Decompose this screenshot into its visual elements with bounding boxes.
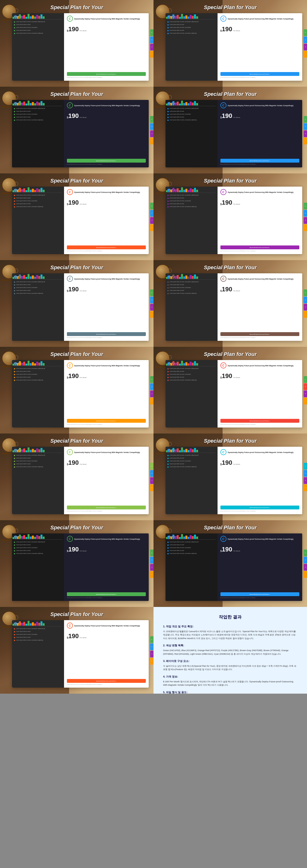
sidebar-tab[interactable]: t xyxy=(150,51,154,58)
sidebar-tab[interactable]: e xyxy=(150,210,154,217)
list-item: Lorem ipsum dolor sit amet, consectetur xyxy=(167,287,216,288)
sidebar-tab-label: F xyxy=(151,32,152,33)
cta-button[interactable]: Dynamically Deploy Future-proof Outsourc… xyxy=(67,592,146,596)
sidebar-tab[interactable]: e xyxy=(304,383,307,390)
sidebar-tab[interactable]: t xyxy=(304,571,307,578)
card-left-panel: Your Project Lorem ipsum dolor sit amet,… xyxy=(166,13,217,81)
sidebar-tab[interactable]: a xyxy=(150,44,154,51)
bar-chart xyxy=(166,14,302,19)
sidebar-tab[interactable]: a xyxy=(150,304,154,311)
price-period: / Per Month xyxy=(233,464,240,465)
sidebar-tab[interactable]: F xyxy=(150,29,154,36)
sidebar-tab[interactable]: t xyxy=(150,224,154,231)
sidebar-tab[interactable]: t xyxy=(150,571,154,578)
sidebar-tab[interactable]: t xyxy=(304,398,307,404)
cta-button[interactable]: Dynamically Deploy Future-proof Outsourc… xyxy=(67,679,146,683)
cta-button[interactable]: Dynamically Deploy Future-proof Outsourc… xyxy=(220,592,299,596)
sidebar-tab[interactable]: e xyxy=(304,210,307,217)
sidebar-tab-label: F xyxy=(151,119,152,120)
cta-button[interactable]: Dynamically Deploy Future-proof Outsourc… xyxy=(67,159,146,163)
cta-button[interactable]: Dynamically Deploy Future-proof Outsourc… xyxy=(67,332,146,336)
sidebar-tab[interactable]: a xyxy=(304,391,307,397)
sidebar-tab-label: F xyxy=(305,379,306,380)
price-period: / Per Month xyxy=(79,204,87,205)
sidebar-tab[interactable]: F xyxy=(304,550,307,556)
sidebar-tab[interactable]: F xyxy=(150,203,154,210)
sidebar-tab[interactable]: t xyxy=(304,224,307,231)
sidebar-tab[interactable]: e xyxy=(150,557,154,563)
cta-button[interactable]: Dynamically Deploy Future-proof Outsourc… xyxy=(220,159,299,163)
sidebar-tab-label: a xyxy=(305,394,306,394)
card-footer: Dynamically Deploy Future-proof Outsourc… xyxy=(67,163,146,165)
sidebar-tab[interactable]: e xyxy=(150,470,154,477)
sidebar-tab[interactable]: F xyxy=(304,116,307,123)
sidebar-tab[interactable]: t xyxy=(150,398,154,404)
sidebar-tab[interactable]: a xyxy=(150,564,154,571)
cta-button[interactable]: Dynamically Deploy Future-proof Outsourc… xyxy=(220,72,299,76)
sidebar-tab[interactable]: e xyxy=(150,36,154,43)
cta-button[interactable]: Dynamically Deploy Future-proof Outsourc… xyxy=(220,332,299,336)
sidebar-tab-label: t xyxy=(305,314,306,314)
sidebar-tab[interactable]: F xyxy=(304,29,307,36)
sidebar-tab[interactable]: t xyxy=(304,311,307,318)
sidebar-tab[interactable]: e xyxy=(304,470,307,477)
cta-button[interactable]: Dynamically Deploy Future-proof Outsourc… xyxy=(220,245,299,249)
list-item: Lorem ipsum dolor sit amet xyxy=(167,203,216,205)
sidebar-tab[interactable]: e xyxy=(150,383,154,390)
sidebar-tab[interactable]: a xyxy=(150,130,154,137)
sidebar-tab[interactable]: e xyxy=(304,297,307,303)
slide-4: Special Plan for Your Your Project Lorem… xyxy=(154,87,307,174)
sidebar-tab[interactable]: t xyxy=(150,485,154,491)
sidebar-tab[interactable]: a xyxy=(304,130,307,137)
sidebar-tab[interactable]: F xyxy=(150,463,154,469)
content-card: Your Project Lorem ipsum dolor sit amet,… xyxy=(166,273,302,341)
list-item: Lorem ipsum dolor sit amet xyxy=(14,203,62,205)
sidebar-tab[interactable]: t xyxy=(304,485,307,491)
sidebar-tab[interactable]: e xyxy=(304,557,307,563)
sidebar-tab[interactable]: t xyxy=(304,51,307,58)
sidebar-tab[interactable]: a xyxy=(150,651,154,657)
cta-button[interactable]: Dynamically Deploy Future-proof Outsourc… xyxy=(220,419,299,423)
sidebar-tab[interactable]: a xyxy=(304,44,307,51)
sidebar-tab[interactable]: e xyxy=(150,297,154,303)
sidebar-tab[interactable]: a xyxy=(150,391,154,397)
info-section-s4: 4. 가격 정보: $ 190/ Per Month 형식으로 표시되며, 하단… xyxy=(163,675,298,687)
sidebar-tab[interactable]: F xyxy=(304,376,307,383)
sidebar-tab[interactable]: e xyxy=(150,123,154,130)
sidebar-tab[interactable]: F xyxy=(304,289,307,296)
sidebar-tab[interactable]: a xyxy=(150,217,154,224)
sidebar-tab[interactable]: F xyxy=(150,289,154,296)
sidebar-tab[interactable]: a xyxy=(304,477,307,484)
section-title: 1. 작업 개요 및 주요 특징: xyxy=(163,625,298,628)
sidebar-tab[interactable]: a xyxy=(304,217,307,224)
cta-button[interactable]: Dynamically Deploy Future-proof Outsourc… xyxy=(67,505,146,509)
list-item-text: Lorem ipsum dolor sit amet, consectetur … xyxy=(16,32,43,34)
sidebar-tab[interactable]: e xyxy=(304,36,307,43)
info-section-s2: 2. 색상 변형 목록: Green (#4CAF50), Blue (#219… xyxy=(163,644,298,656)
sidebar-tab[interactable]: a xyxy=(304,564,307,571)
sidebar-tab[interactable]: F xyxy=(150,116,154,123)
price-display: $ 190 / Per Month xyxy=(220,286,299,292)
cta-text: Dynamically Deploy Future-proof Outsourc… xyxy=(95,334,117,335)
sidebar-tab[interactable]: t xyxy=(304,137,307,144)
sidebar-tab[interactable]: e xyxy=(150,644,154,650)
sidebar-tab[interactable]: F xyxy=(304,203,307,210)
sidebar-tab[interactable]: t xyxy=(150,658,154,664)
list-item: Lorem ipsum dolor sit amet, consectetur xyxy=(167,27,216,28)
list-item-text: Lorem ipsum dolor sit amet, consectetur xyxy=(170,460,191,462)
cta-button[interactable]: Dynamically Deploy Future-proof Outsourc… xyxy=(67,72,146,76)
sidebar-tab[interactable]: a xyxy=(150,477,154,484)
cta-button[interactable]: Dynamically Deploy Future-proof Outsourc… xyxy=(220,505,299,509)
sidebar-tab[interactable]: t xyxy=(150,137,154,144)
sidebar-tab[interactable]: F xyxy=(150,376,154,383)
cta-button[interactable]: Dynamically Deploy Future-proof Outsourc… xyxy=(67,419,146,423)
cta-button[interactable]: Dynamically Deploy Future-proof Outsourc… xyxy=(67,245,146,249)
sidebar-tab[interactable]: F xyxy=(150,636,154,643)
sidebar-tab[interactable]: F xyxy=(304,463,307,469)
sidebar-tab[interactable]: F xyxy=(150,550,154,556)
sidebar-tab[interactable]: a xyxy=(304,304,307,311)
sidebar-tab[interactable]: t xyxy=(150,311,154,318)
cta-text: Dynamically Deploy Future-proof Outsourc… xyxy=(249,507,271,508)
list-item: Lorem ipsum dolor sit amet, consectetur … xyxy=(167,541,216,543)
sidebar-tab[interactable]: e xyxy=(304,123,307,130)
